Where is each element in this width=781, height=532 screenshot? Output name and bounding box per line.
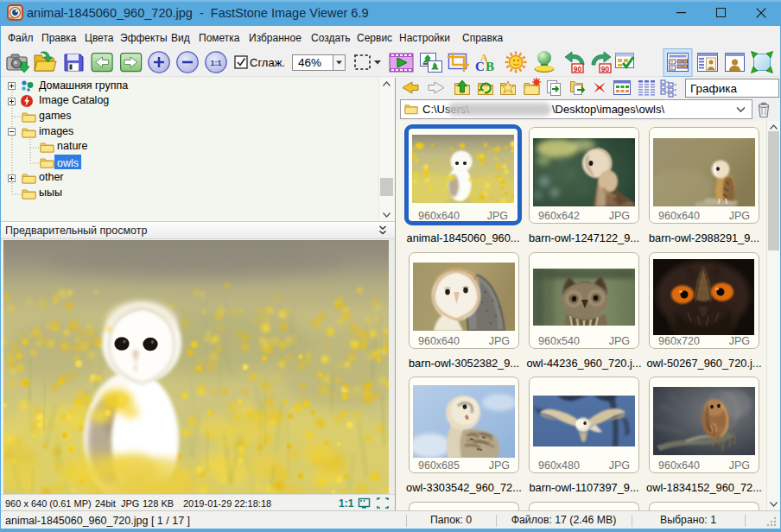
svg-text:90: 90 — [601, 65, 610, 73]
svg-text:B: B — [486, 60, 494, 73]
svg-text:90: 90 — [574, 65, 582, 73]
svg-text:C: C — [475, 60, 485, 73]
svg-text:46%: 46% — [298, 56, 321, 69]
svg-text:Графика: Графика — [690, 82, 737, 95]
svg-text:1:1: 1:1 — [210, 59, 221, 67]
svg-text:Сглаж.: Сглаж. — [250, 56, 285, 69]
